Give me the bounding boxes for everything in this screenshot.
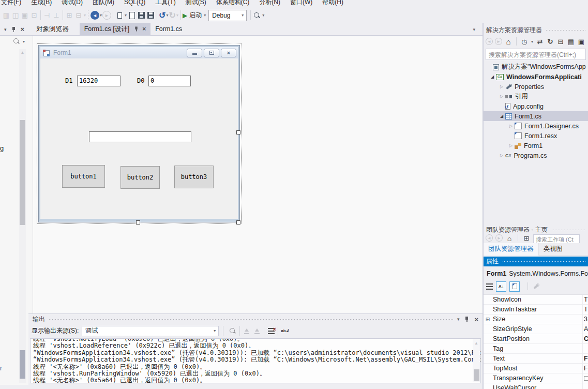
refresh-icon[interactable]: ↻ bbox=[546, 37, 554, 46]
bring-to-front-icon[interactable]: ⊞ bbox=[65, 10, 74, 21]
pin-icon[interactable] bbox=[464, 316, 469, 322]
vertical-scrollbar[interactable]: ▲ bbox=[19, 49, 26, 383]
window-position-dropdown-icon[interactable]: ▾ bbox=[457, 317, 460, 322]
collapse-all-icon[interactable]: ⊟ bbox=[556, 37, 565, 46]
forward-icon[interactable]: ► bbox=[495, 234, 503, 242]
work-items-icon[interactable]: ⊞ bbox=[522, 234, 531, 242]
menu-item-tools[interactable]: 工具(T) bbox=[155, 0, 175, 7]
scroll-up-icon[interactable]: ▲ bbox=[19, 50, 26, 55]
menu-item-test[interactable]: 测试(S) bbox=[186, 0, 206, 7]
pin-tab-icon[interactable] bbox=[134, 26, 139, 32]
align-rights-icon[interactable]: ▣ bbox=[20, 10, 29, 21]
pin-icon[interactable] bbox=[11, 26, 16, 33]
close-tab-icon[interactable]: × bbox=[142, 26, 146, 32]
textbox-d0[interactable]: 0 bbox=[148, 76, 191, 86]
property-row[interactable]: Tag bbox=[484, 344, 588, 354]
document-list-dropdown-icon[interactable]: ▾ bbox=[473, 27, 475, 32]
next-message-icon[interactable] bbox=[252, 326, 262, 336]
tree-item-form1cs[interactable]: ◢ Form1.cs bbox=[484, 111, 588, 121]
collapsed-arrow-icon[interactable]: ▷ bbox=[498, 84, 505, 89]
menu-item-file[interactable]: 文件(F) bbox=[1, 0, 21, 7]
resize-handle-bottom[interactable] bbox=[136, 220, 140, 225]
property-row[interactable]: ShowIconT bbox=[484, 295, 588, 305]
menu-item-analyze[interactable]: 分析(N) bbox=[259, 0, 280, 7]
layout-overflow-icon[interactable]: ▾ bbox=[84, 13, 86, 18]
clear-all-icon[interactable] bbox=[266, 326, 276, 336]
property-pages-icon[interactable] bbox=[533, 283, 539, 290]
team-explorer-title-bar[interactable]: 团队资源管理器 - 主页 bbox=[484, 225, 588, 234]
categorized-icon[interactable] bbox=[486, 283, 493, 290]
collapsed-arrow-icon[interactable]: ▷ bbox=[507, 143, 515, 148]
output-source-select[interactable]: 调试 ▾ bbox=[82, 326, 219, 336]
close-icon[interactable]: × bbox=[21, 26, 25, 33]
back-icon[interactable]: ◄ bbox=[486, 38, 493, 45]
back-icon[interactable]: ◄ bbox=[486, 234, 493, 242]
filter-dropdown-icon[interactable]: ▾ bbox=[531, 39, 533, 44]
navigate-back-dropdown-icon[interactable]: ▾ bbox=[100, 13, 102, 18]
new-file-icon[interactable] bbox=[115, 10, 124, 21]
home-icon[interactable]: ⌂ bbox=[505, 234, 514, 242]
save-all-icon[interactable] bbox=[146, 10, 155, 21]
redo-dropdown-icon[interactable]: ▾ bbox=[176, 13, 178, 18]
find-message-icon[interactable] bbox=[228, 326, 238, 336]
tree-item-solution[interactable]: 解决方案"WindowsFormsApp bbox=[484, 62, 588, 72]
solution-explorer-title-bar[interactable]: 解决方案资源管理器 bbox=[484, 25, 588, 35]
redo-icon[interactable]: ↻ bbox=[169, 10, 175, 20]
undo-dropdown-icon[interactable]: ▾ bbox=[166, 13, 168, 18]
sync-with-active-document-icon[interactable]: ⇄ bbox=[536, 37, 544, 46]
resize-handle-right[interactable] bbox=[236, 130, 240, 134]
alphabetical-icon[interactable]: A↓ bbox=[496, 281, 506, 292]
home-icon[interactable]: ⌂ bbox=[504, 37, 512, 46]
tab-team-explorer[interactable]: 团队资源管理器 bbox=[484, 243, 539, 256]
tree-item-programcs[interactable]: ▷ C# Program.cs bbox=[484, 151, 588, 160]
property-row[interactable]: TextF bbox=[484, 354, 588, 364]
property-row[interactable]: UseWaitCursor bbox=[484, 383, 588, 389]
start-dropdown-icon[interactable]: ▾ bbox=[204, 13, 206, 18]
button3[interactable]: button3 bbox=[174, 166, 214, 188]
collapsed-arrow-icon[interactable]: ▷ bbox=[498, 153, 505, 158]
minimize-button[interactable] bbox=[187, 49, 202, 57]
window-position-dropdown-icon[interactable]: ▾ bbox=[4, 27, 7, 32]
maximize-button[interactable] bbox=[204, 49, 219, 57]
tab-form1-code[interactable]: Form1.cs bbox=[150, 23, 187, 35]
properties-object-select[interactable]: Form1 System.Windows.Forms.Fo bbox=[484, 267, 588, 279]
start-debug-icon[interactable]: ▶ bbox=[183, 12, 187, 19]
send-to-back-icon[interactable]: ⊟ bbox=[74, 10, 83, 21]
make-same-width-icon[interactable]: ⊣ bbox=[42, 10, 52, 21]
tree-item-appconfig[interactable]: App.config bbox=[484, 101, 588, 111]
form-client-area[interactable]: D1 16320 D0 0 button1 button2 button3 bbox=[40, 58, 238, 219]
tab-form1-designer[interactable]: Form1.cs [设计] × bbox=[80, 23, 151, 35]
label-d0[interactable]: D0 bbox=[137, 77, 144, 84]
menu-item-build[interactable]: 生成(B) bbox=[31, 0, 52, 7]
property-row[interactable]: SizeGripStyleA bbox=[484, 324, 588, 334]
solution-configuration-select[interactable]: Debug ▾ bbox=[208, 10, 247, 21]
tree-item-project[interactable]: ◢ C# WindowsFormsApplicati bbox=[484, 72, 588, 82]
color-swatch[interactable] bbox=[584, 376, 588, 381]
search-dropdown-icon[interactable]: ▾ bbox=[23, 39, 25, 44]
tab-object-browser[interactable]: 对象浏览器 bbox=[32, 23, 73, 35]
property-row[interactable]: ⊞Size3 bbox=[484, 315, 588, 324]
toolbar-overflow-icon[interactable]: ▾ bbox=[262, 13, 264, 18]
collapsed-arrow-icon[interactable]: ▷ bbox=[498, 94, 505, 99]
object-browser-search[interactable]: ▾ bbox=[0, 36, 33, 47]
align-grid-icon[interactable]: ⊡ bbox=[29, 10, 39, 21]
forward-icon[interactable]: ► bbox=[495, 38, 502, 45]
menu-item-help[interactable]: 帮助(H) bbox=[322, 0, 343, 7]
work-item-search-input[interactable]: 搜索工作项 (Ct bbox=[533, 234, 580, 243]
button2[interactable]: button2 bbox=[120, 166, 160, 189]
solution-explorer-search-input[interactable]: 搜索解决方案资源管理器(Ctrl+;) bbox=[486, 49, 586, 60]
scrollbar-thumb[interactable] bbox=[20, 120, 25, 225]
property-row[interactable]: ShowInTaskbarT bbox=[484, 305, 588, 315]
close-button[interactable]: × bbox=[221, 49, 236, 57]
expanded-arrow-icon[interactable]: ◢ bbox=[498, 114, 505, 118]
tree-item-properties[interactable]: ▷ Properties bbox=[484, 82, 588, 92]
start-debug-label[interactable]: 启动 bbox=[189, 11, 202, 20]
menu-item-window[interactable]: 窗口(W) bbox=[290, 0, 312, 7]
expanded-arrow-icon[interactable]: ◢ bbox=[489, 74, 496, 79]
collapsed-arrow-icon[interactable]: ▷ bbox=[507, 124, 515, 128]
make-same-height-icon[interactable]: ⊥ bbox=[52, 10, 61, 21]
navigate-forward-icon[interactable]: ► bbox=[102, 11, 111, 20]
textbox-d1[interactable]: 16320 bbox=[77, 76, 120, 86]
tree-item-form1-class[interactable]: ▷ Form1 bbox=[484, 141, 588, 151]
menu-item-architecture[interactable]: 体系结构(C) bbox=[216, 0, 250, 7]
